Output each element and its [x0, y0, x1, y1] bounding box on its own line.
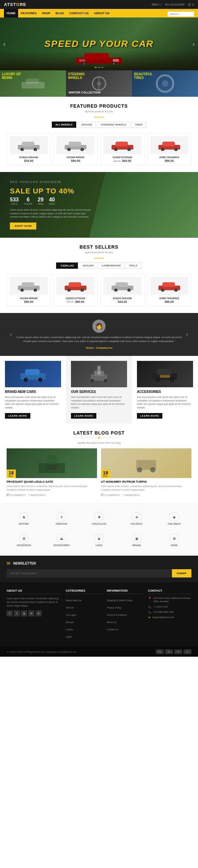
- col-btn-accessories[interactable]: LEARN MORE: [137, 413, 162, 418]
- col-img-cars: [5, 361, 61, 387]
- tab-allmodels[interactable]: ALL MODELS: [52, 122, 76, 128]
- testimonial-prev[interactable]: ‹: [7, 331, 15, 338]
- logo-8[interactable]: ◈ LOGO: [82, 531, 116, 549]
- social-google[interactable]: g: [21, 611, 27, 616]
- hero-next-arrow[interactable]: ›: [192, 40, 195, 48]
- blog-comments-1: 💬 0 COMMENTS: [7, 494, 26, 496]
- footer-about: ABOUT US Lorem ipsum dolor sit amet, con…: [7, 589, 61, 640]
- hero-dot-2[interactable]: [98, 67, 100, 68]
- banner-luxury[interactable]: LUXURY OFBEING: [0, 70, 66, 97]
- newsletter-email-input[interactable]: [7, 569, 172, 578]
- newsletter-header: ✉ NEWSLETTER: [7, 561, 191, 566]
- hero-prev-arrow[interactable]: ‹: [3, 40, 6, 48]
- svg-point-80: [157, 379, 158, 380]
- svg-point-63: [175, 289, 176, 291]
- my-account-link[interactable]: MY ACCOUNT: [165, 3, 185, 6]
- logo-chocolate[interactable]: ❖ Chocolate: [82, 509, 116, 528]
- cart-icon[interactable]: 🛒 0: [188, 3, 194, 6]
- bs-price-3: $44.00: [103, 300, 141, 303]
- footer-info-3[interactable]: Terms & Conditions: [107, 611, 143, 617]
- shop-now-button[interactable]: SHOP NOW: [10, 222, 36, 229]
- hero-dot-3[interactable]: [101, 67, 103, 68]
- blog-post-2[interactable]: 18 MAR UT NONUMMY RUTRUM TURPIS Lorem ip…: [101, 448, 191, 496]
- svg-rect-23: [69, 142, 81, 146]
- footer-cat-3[interactable]: Car Lights: [66, 611, 102, 617]
- logo-jackerson[interactable]: ⚙ JACKERSON: [7, 531, 41, 549]
- bs-tab-lamborghini[interactable]: LAMBORGHINI: [97, 262, 124, 269]
- bs-name-2: SAZEN KUTENAE: [57, 297, 95, 300]
- footer-cat-6[interactable]: Lights: [66, 633, 102, 639]
- logo-hipster[interactable]: ♞ Hipster: [7, 509, 41, 528]
- bs-product-2[interactable]: SAZEN KUTENAE $84.00 $80.00: [54, 274, 98, 306]
- svg-point-27: [81, 149, 83, 150]
- bs-tab-cadillac[interactable]: CADILLAC: [56, 262, 78, 269]
- nav-about[interactable]: ABOUT US: [91, 9, 112, 18]
- logo-10[interactable]: ✿ MARK: [157, 531, 191, 549]
- product-card-4[interactable]: AHRE TRASERKS $85.00: [147, 133, 191, 165]
- bestsellers-subtitle: Special products for you: [7, 251, 191, 254]
- logo-9-content: ◉ BRAND: [122, 533, 151, 547]
- svg-point-21: [35, 149, 36, 150]
- search-input[interactable]: [168, 11, 194, 17]
- footer-info-5[interactable]: Contact Us: [107, 626, 143, 631]
- logo-adventurer[interactable]: ⛰ ADVENTURER: [44, 531, 78, 549]
- footer-cat-2[interactable]: Old Car: [66, 604, 102, 610]
- product-card-3[interactable]: SAZEN KUTENAE $64.00 $60.00: [100, 133, 144, 165]
- blog-post-1[interactable]: 18 MAR PRAESUNT QUAM LIGULA SATE Lorem i…: [7, 448, 97, 496]
- hero-dot-1[interactable]: [95, 67, 97, 68]
- bs-tab-jaguar[interactable]: JAGUAR: [78, 262, 97, 269]
- bs-tab-tesla[interactable]: TESLA: [124, 262, 141, 269]
- bs-product-3[interactable]: DUNAS DHUANE $44.00: [100, 274, 144, 306]
- svg-point-38: [162, 149, 163, 150]
- product-card-1[interactable]: DUNAS DHUANE $44.00: [7, 133, 51, 165]
- social-facebook[interactable]: f: [7, 611, 12, 616]
- footer-cat-5[interactable]: Coates: [66, 626, 102, 631]
- col-btn-cars[interactable]: LEARN MORE: [5, 413, 30, 418]
- nav-contact[interactable]: CONTACT US: [67, 9, 91, 18]
- nav-features[interactable]: FEATURES: [18, 9, 39, 18]
- logo-10-icon: ✿: [169, 533, 179, 544]
- product-img-4: [150, 136, 189, 154]
- footer-info-2[interactable]: Privacy Policy: [107, 604, 143, 610]
- tab-tires[interactable]: TIRES: [131, 122, 146, 128]
- banner-steering[interactable]: STEERINGWHEELS WINTER COLLECTION: [66, 70, 132, 97]
- col-btn-services[interactable]: LEARN MORE: [71, 413, 96, 418]
- banner-row: LUXURY OFBEING STEERINGWHEELS WINTER COL…: [0, 70, 198, 97]
- nav-shop[interactable]: SHOP: [39, 9, 53, 18]
- bs-product-4[interactable]: AHRE TRASERKS $85.00: [147, 274, 191, 306]
- col-text-accessories: Sed ut perspiciatis unde omnis iste natu…: [137, 396, 193, 409]
- bestsellers-section: BEST SELLERS Special products for you CA…: [0, 238, 198, 313]
- social-pinterest[interactable]: p: [36, 611, 41, 616]
- footer-info-1[interactable]: Shipping & Return Policy: [107, 597, 143, 602]
- banner-tires[interactable]: BEAUTIFULTIRES: [132, 70, 198, 97]
- svg-point-87: [137, 467, 142, 472]
- footer-info-4[interactable]: About Us: [107, 618, 143, 624]
- logo-great[interactable]: ◆ The Great: [157, 509, 191, 528]
- social-twitter[interactable]: t: [14, 611, 20, 616]
- logo-holidays[interactable]: ★ HOLIDAYS: [120, 509, 154, 528]
- blog-divider-dot: [98, 437, 100, 439]
- nav-home[interactable]: HOME: [4, 9, 18, 18]
- social-linkedin[interactable]: in: [28, 611, 34, 616]
- bs-product-1[interactable]: HUZAM MPMAE $96.00: [7, 274, 51, 306]
- newsletter-form: SUBMIT: [7, 569, 191, 578]
- product-card-2[interactable]: HUZAM MPMAE $96.00: [54, 133, 98, 165]
- pay-mc: MC: [165, 649, 173, 654]
- footer-grid: ABOUT US Lorem ipsum dolor sit amet, con…: [7, 589, 191, 640]
- blog-subtitle: Update the latest news from our Blog: [7, 441, 191, 444]
- counter-days-num: 533: [10, 197, 19, 203]
- footer-cat-1[interactable]: Brand New Car: [66, 597, 102, 602]
- svg-point-45: [35, 289, 36, 291]
- footer-cat-4[interactable]: Bumper: [66, 618, 102, 624]
- testimonial-next[interactable]: ›: [183, 331, 191, 338]
- holidays-icon: ★: [132, 512, 141, 522]
- logo-creative[interactable]: ✦ CREATIVE: [44, 509, 78, 528]
- counter-secs: 40 SECS: [49, 197, 55, 205]
- nav-blog[interactable]: BLOG: [53, 9, 67, 18]
- tab-jaguar[interactable]: JAGUAR: [77, 122, 96, 128]
- blog-post-title-1: PRAESUNT QUAM LIGULA SATE: [7, 480, 97, 483]
- logo-9[interactable]: ◉ BRAND: [120, 531, 154, 549]
- tab-steering[interactable]: STEERING WHEELS: [97, 122, 130, 128]
- hipster-icon: ♞: [19, 512, 29, 522]
- newsletter-submit-button[interactable]: SUBMIT: [172, 569, 191, 578]
